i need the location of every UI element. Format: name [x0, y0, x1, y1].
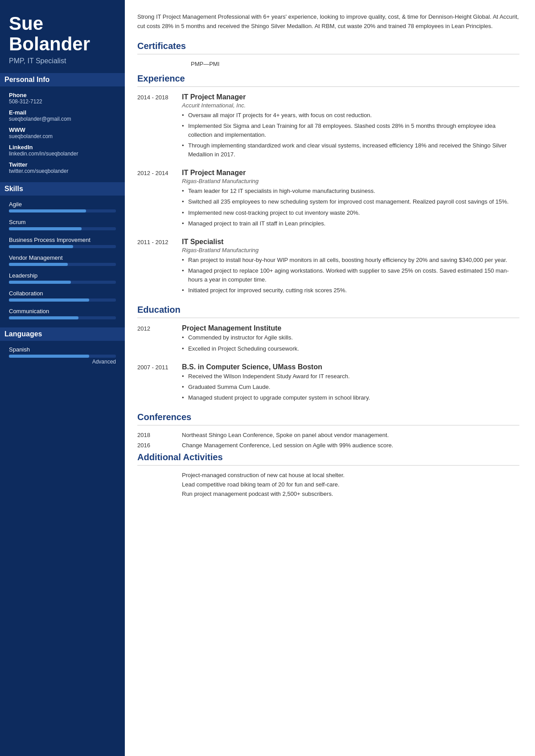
twitter-value: twitter.com/sueqbolander	[9, 168, 116, 174]
bullet-item: Managed project to train all IT staff in…	[182, 219, 519, 228]
skill-bar-bg	[9, 227, 116, 230]
conference-entry: 2018 Northeast Shingo Lean Conference, S…	[137, 432, 519, 438]
twitter-item: Twitter twitter.com/sueqbolander	[9, 161, 116, 174]
conf-date: 2018	[137, 432, 182, 438]
education-heading: Education	[137, 305, 519, 315]
skill-name: Business Process Improvement	[9, 237, 116, 243]
skill-name: Agile	[9, 201, 116, 208]
conferences-container: 2018 Northeast Shingo Lean Conference, S…	[137, 432, 519, 449]
bullet-item: Managed project to replace 100+ aging wo…	[182, 266, 519, 284]
experience-entry: 2011 - 2012IT SpecialistRigas-Bratland M…	[137, 238, 519, 297]
bullet-item: Through implementing standardized work a…	[182, 141, 519, 159]
bullet-item: Oversaw all major IT projects for 4+ yea…	[182, 111, 519, 120]
skill-bar-bg	[9, 298, 116, 302]
conf-date: 2016	[137, 442, 182, 449]
skill-name: Collaboration	[9, 290, 116, 297]
entry-subtitle: Rigas-Bratland Manufacturing	[182, 247, 519, 253]
languages-heading: Languages	[0, 327, 125, 341]
experience-entry: 2012 - 2014IT Project ManagerRigas-Bratl…	[137, 169, 519, 230]
skill-name: Vendor Management	[9, 254, 116, 261]
certificates-container: PMP—PMI	[137, 61, 519, 67]
entry-title: Project Management Institute	[182, 324, 519, 332]
email-value: sueqbolander@gmail.com	[9, 116, 116, 122]
bullet-item: Initiated project for improved security,…	[182, 286, 519, 295]
certificates-heading: Certificates	[137, 41, 519, 51]
phone-item: Phone 508-312-7122	[9, 92, 116, 105]
linkedin-value: linkedin.com/in/sueqbolander	[9, 151, 116, 157]
activity-spacer	[137, 490, 182, 497]
bullet-item: Implemented new cost-tracking project to…	[182, 208, 519, 217]
entry-body: B.S. in Computer Science, UMass BostonRe…	[182, 363, 519, 404]
languages-container: Spanish Advanced	[9, 346, 116, 365]
lang-bar-fill	[9, 355, 89, 358]
entry-title: IT Specialist	[182, 238, 519, 246]
entry-body: IT Project ManagerRigas-Bratland Manufac…	[182, 169, 519, 230]
bullet-item: Commended by instructor for Agile skills…	[182, 333, 519, 342]
summary-text: Strong IT Project Management Professiona…	[137, 12, 519, 31]
candidate-name: SueBolander	[9, 13, 116, 54]
skill-bar-bg	[9, 316, 116, 319]
conf-text: Change Management Conference, Led sessio…	[182, 442, 519, 449]
conference-entry: 2016 Change Management Conference, Led s…	[137, 442, 519, 449]
entry-bullets: Oversaw all major IT projects for 4+ yea…	[182, 111, 519, 159]
skills-container: Agile Scrum Business Process Improvement…	[9, 201, 116, 319]
bullet-item: Graduated Summa Cum Laude.	[182, 383, 519, 392]
lang-name: Spanish	[9, 346, 116, 353]
entry-title: IT Project Manager	[182, 93, 519, 101]
language-item: Spanish Advanced	[9, 346, 116, 365]
entry-subtitle: Rigas-Bratland Manufacturing	[182, 178, 519, 184]
skill-item: Collaboration	[9, 290, 116, 302]
skill-bar-fill	[9, 263, 68, 266]
activities-heading: Additional Activities	[137, 452, 519, 462]
www-item: WWW sueqbolander.com	[9, 127, 116, 139]
experience-heading: Experience	[137, 74, 519, 84]
skill-bar-fill	[9, 298, 89, 302]
bullet-item: Implemented Six Sigma and Lean Training …	[182, 122, 519, 139]
name-block: SueBolander PMP, IT Specialist	[9, 13, 116, 65]
linkedin-item: LinkedIn linkedin.com/in/sueqbolander	[9, 144, 116, 157]
phone-value: 508-312-7122	[9, 98, 116, 105]
activity-spacer	[137, 472, 182, 478]
entry-bullets: Team leader for 12 IT specialists in hig…	[182, 187, 519, 228]
skill-item: Vendor Management	[9, 254, 116, 266]
entry-body: Project Management InstituteCommended by…	[182, 324, 519, 355]
skill-bar-bg	[9, 263, 116, 266]
linkedin-label: LinkedIn	[9, 144, 116, 151]
lang-level: Advanced	[9, 359, 116, 365]
activity-text: Project-managed construction of new cat …	[182, 472, 519, 478]
skills-heading: Skills	[0, 182, 125, 196]
entry-bullets: Commended by instructor for Agile skills…	[182, 333, 519, 353]
activities-container: Project-managed construction of new cat …	[137, 472, 519, 497]
skill-name: Communication	[9, 308, 116, 315]
skill-bar-fill	[9, 209, 86, 212]
phone-label: Phone	[9, 92, 116, 98]
education-container: 2012Project Management InstituteCommende…	[137, 324, 519, 404]
experience-entry: 2014 - 2018IT Project ManagerAccurit Int…	[137, 93, 519, 161]
skill-item: Communication	[9, 308, 116, 319]
activity-entry: Run project management podcast with 2,50…	[137, 490, 519, 497]
skill-bar-bg	[9, 281, 116, 284]
education-divider	[137, 318, 519, 318]
experience-divider	[137, 86, 519, 87]
conferences-divider	[137, 425, 519, 425]
personal-info-heading: Personal Info	[0, 73, 125, 86]
activity-text: Lead competitive road biking team of 20 …	[182, 481, 519, 488]
skill-bar-fill	[9, 227, 82, 230]
entry-bullets: Received the Wilson Independent Study Aw…	[182, 372, 519, 402]
skill-name: Scrum	[9, 219, 116, 225]
entry-date: 2007 - 2011	[137, 363, 182, 404]
www-value: sueqbolander.com	[9, 133, 116, 139]
skill-name: Leadership	[9, 272, 116, 279]
conferences-heading: Conferences	[137, 412, 519, 422]
sidebar: SueBolander PMP, IT Specialist Personal …	[0, 0, 125, 756]
activity-entry: Lead competitive road biking team of 20 …	[137, 481, 519, 488]
experience-container: 2014 - 2018IT Project ManagerAccurit Int…	[137, 93, 519, 297]
entry-body: IT Project ManagerAccurit International,…	[182, 93, 519, 161]
bullet-item: Team leader for 12 IT specialists in hig…	[182, 187, 519, 196]
activity-entry: Project-managed construction of new cat …	[137, 472, 519, 478]
email-label: E-mail	[9, 109, 116, 116]
skill-bar-fill	[9, 281, 71, 284]
skill-bar-fill	[9, 316, 78, 319]
email-item: E-mail sueqbolander@gmail.com	[9, 109, 116, 122]
main-content: Strong IT Project Management Professiona…	[125, 0, 535, 756]
